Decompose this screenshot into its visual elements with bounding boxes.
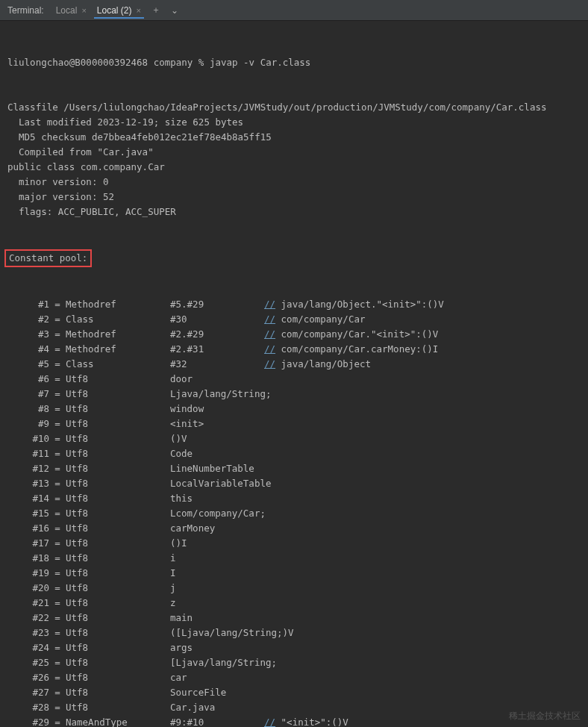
prompt-line: liulongchao@B000000392468 company % java… [7, 55, 581, 70]
cp-index: #22 [7, 611, 49, 625]
cp-ref: #32 [170, 357, 264, 372]
cp-index: #13 [7, 476, 49, 491]
cp-type: Utf8 [66, 402, 170, 416]
cp-ref: <init> [170, 416, 264, 431]
cp-index: #2 [7, 312, 49, 327]
cp-type: Utf8 [66, 581, 170, 596]
cp-ref: car [170, 670, 264, 685]
constant-pool-entry: #13=Utf8LocalVariableTable [7, 476, 581, 491]
cp-type: Utf8 [66, 506, 170, 521]
cp-index: #12 [7, 461, 49, 476]
comment-slashes: // [264, 717, 275, 727]
tab-local[interactable]: Local × [53, 5, 90, 16]
cp-index: #9 [7, 416, 49, 431]
cp-type: Utf8 [66, 536, 170, 551]
cp-comment: // java/lang/Object."<init>":()V [264, 297, 444, 312]
tab-label: Local [56, 5, 78, 16]
cp-equals: = [49, 566, 66, 581]
cp-type: Utf8 [66, 640, 170, 655]
output-line: MD5 checksum de7bbea4feb012ec21ef78e4b8a… [7, 130, 581, 145]
constant-pool-entry: #10=Utf8()V [7, 431, 581, 446]
cp-ref: ()V [170, 431, 264, 446]
cp-equals: = [49, 581, 66, 596]
comment-text: java/lang/Object [275, 358, 371, 369]
tab-label: Local (2) [97, 5, 132, 16]
cp-ref: window [170, 402, 264, 416]
cp-index: #26 [7, 670, 49, 685]
cp-index: #17 [7, 536, 49, 551]
output-line: flags: ACC_PUBLIC, ACC_SUPER [7, 205, 581, 219]
cp-index: #28 [7, 700, 49, 715]
cp-equals: = [49, 700, 66, 715]
cp-index: #11 [7, 446, 49, 461]
cp-ref: main [170, 611, 264, 625]
cp-index: #6 [7, 372, 49, 387]
cp-index: #20 [7, 581, 49, 596]
cp-index: #24 [7, 640, 49, 655]
cp-equals: = [49, 685, 66, 700]
cp-ref: LocalVariableTable [170, 476, 264, 491]
comment-slashes: // [264, 313, 275, 325]
close-icon[interactable]: × [137, 6, 141, 15]
comment-slashes: // [264, 343, 275, 355]
cp-ref: #9:#10 [170, 715, 264, 727]
cp-index: #16 [7, 521, 49, 536]
cp-ref: ()I [170, 536, 264, 551]
cp-type: Utf8 [66, 521, 170, 536]
cp-comment: // "<init>":()V [264, 715, 348, 727]
highlight-box: Constant pool: [4, 249, 92, 267]
cp-ref: [Ljava/lang/String; [170, 655, 264, 670]
constant-pool-entry: #5=Class#32// java/lang/Object [7, 357, 581, 372]
add-tab-icon[interactable]: ＋ [148, 4, 163, 16]
cp-index: #8 [7, 402, 49, 416]
constant-pool-entry: #11=Utf8Code [7, 446, 581, 461]
cp-type: Utf8 [66, 596, 170, 611]
cp-index: #15 [7, 506, 49, 521]
comment-text: com/company/Car [275, 313, 365, 325]
cp-equals: = [49, 596, 66, 611]
cp-equals: = [49, 402, 66, 416]
cp-equals: = [49, 312, 66, 327]
cp-comment: // com/company/Car."<init>":()V [264, 327, 438, 342]
chevron-down-icon[interactable]: ⌄ [168, 5, 181, 16]
cp-ref: #2.#29 [170, 327, 264, 342]
output-line: Compiled from "Car.java" [7, 145, 581, 160]
cp-index: #5 [7, 357, 49, 372]
constant-pool-entry: #22=Utf8main [7, 611, 581, 625]
cp-equals: = [49, 342, 66, 357]
tab-local-2[interactable]: Local (2) × [94, 5, 144, 19]
cp-equals: = [49, 506, 66, 521]
cp-ref: Car.java [170, 700, 264, 715]
cp-ref: I [170, 566, 264, 581]
cp-ref: args [170, 640, 264, 655]
constant-pool-entry: #8=Utf8window [7, 402, 581, 416]
constant-pool-entry: #1=Methodref#5.#29// java/lang/Object."<… [7, 297, 581, 312]
cp-equals: = [49, 640, 66, 655]
close-icon[interactable]: × [81, 6, 86, 15]
terminal-output[interactable]: liulongchao@B000000392468 company % java… [0, 21, 588, 727]
terminal-tab-bar: Terminal: Local × Local (2) × ＋ ⌄ [0, 0, 588, 21]
comment-text: com/company/Car.carMoney:()I [275, 343, 438, 355]
cp-type: Class [66, 312, 170, 327]
comment-text: "<init>":()V [275, 717, 348, 727]
output-line: public class com.company.Car [7, 160, 581, 175]
comment-slashes: // [264, 358, 275, 369]
cp-equals: = [49, 327, 66, 342]
cp-type: Utf8 [66, 431, 170, 446]
cp-ref: Ljava/lang/String; [170, 387, 264, 402]
constant-pool-entry: #14=Utf8this [7, 491, 581, 506]
cp-equals: = [49, 297, 66, 312]
cp-index: #25 [7, 655, 49, 670]
output-line: Last modified 2023-12-19; size 625 bytes [7, 115, 581, 130]
cp-ref: carMoney [170, 521, 264, 536]
cp-ref: #30 [170, 312, 264, 327]
cp-equals: = [49, 670, 66, 685]
cp-index: #14 [7, 491, 49, 506]
cp-ref: #5.#29 [170, 297, 264, 312]
cp-type: Utf8 [66, 655, 170, 670]
cp-equals: = [49, 611, 66, 625]
cp-type: Utf8 [66, 551, 170, 566]
constant-pool-entry: #15=Utf8Lcom/company/Car; [7, 506, 581, 521]
cp-index: #29 [7, 715, 49, 727]
constant-pool-entry: #7=Utf8Ljava/lang/String; [7, 387, 581, 402]
